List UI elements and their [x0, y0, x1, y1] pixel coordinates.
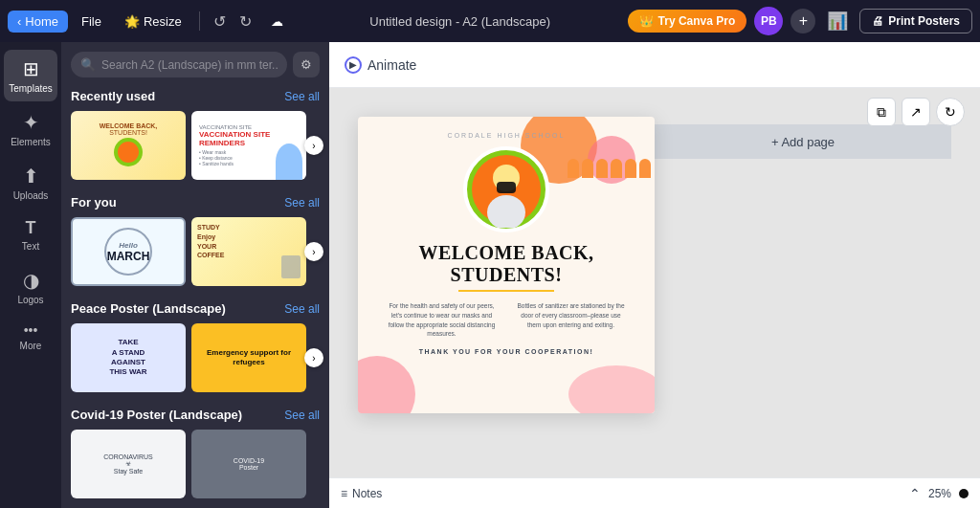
- template-thumb-stand[interactable]: TAKEA STANDAGAINSTTHIS WAR: [71, 323, 186, 392]
- home-label: Home: [25, 14, 58, 29]
- add-page-bar-inner: + Add page: [655, 124, 951, 159]
- zoom-dot[interactable]: [959, 489, 969, 498]
- zoom-level: 25%: [928, 487, 951, 500]
- for-you-next-button[interactable]: ›: [304, 242, 323, 261]
- person-circle: [463, 146, 549, 232]
- zoom-down-icon: ⌃: [909, 486, 921, 501]
- section-title-peace: Peace Poster (Landscape): [71, 301, 226, 316]
- section-header-peace: Peace Poster (Landscape) See all: [71, 301, 320, 316]
- filter-icon: ⚙: [301, 57, 312, 72]
- resize-label: Resize: [144, 14, 182, 29]
- notes-button[interactable]: ≡ Notes: [341, 487, 382, 500]
- see-all-peace[interactable]: See all: [284, 302, 320, 316]
- covid-poster-row: CORONAVIRUS☣Stay Safe COVID-19Poster: [71, 430, 320, 498]
- section-header-covid: Covid-19 Poster (Landscape) See all: [71, 408, 320, 422]
- print-button[interactable]: 🖨 Print Posters: [859, 9, 972, 33]
- template-thumb-covid2[interactable]: COVID-19Poster: [191, 430, 306, 498]
- more-icon: •••: [24, 322, 38, 338]
- sidebar-item-more[interactable]: ••• More: [4, 315, 57, 359]
- sidebar-item-uploads[interactable]: ⬆ Uploads: [4, 157, 57, 209]
- resize-button[interactable]: 🌟 Resize: [115, 11, 191, 33]
- chart-icon: 📊: [827, 11, 848, 31]
- home-button[interactable]: ‹ Home: [8, 11, 68, 33]
- search-input-wrap[interactable]: 🔍: [71, 52, 287, 77]
- add-button[interactable]: +: [791, 9, 815, 33]
- template-thumb-coffee[interactable]: STUDY Enjoy YOUR COFFEE: [191, 217, 306, 286]
- see-all-covid[interactable]: See all: [284, 409, 320, 422]
- person-circle-wrap: [377, 146, 635, 232]
- analytics-button[interactable]: 📊: [823, 7, 852, 35]
- school-name: CORDALE HIGH SCHOOL: [377, 132, 635, 139]
- svg-rect-2: [497, 182, 516, 193]
- share-icon: ↗: [910, 104, 922, 120]
- notes-icon: ≡: [341, 487, 347, 500]
- sidebar-item-elements[interactable]: ✦ Elements: [4, 103, 57, 155]
- search-icon: 🔍: [80, 57, 96, 72]
- sidebar-label-elements: Elements: [11, 137, 51, 147]
- recently-used-section: Recently used See all WELCOME BACK, STUD…: [61, 83, 329, 189]
- notes-label: Notes: [352, 487, 382, 500]
- template-thumb-corona[interactable]: CORONAVIRUS☣Stay Safe: [71, 430, 186, 498]
- see-all-for-you[interactable]: See all: [284, 196, 320, 210]
- refresh-button[interactable]: ↻: [936, 98, 965, 126]
- sidebar-label-uploads: Uploads: [13, 190, 49, 201]
- template-thumb-vaccination[interactable]: VACCINATION SITE VACCINATION SITE REMIND…: [191, 111, 306, 180]
- refresh-icon: ↻: [945, 104, 956, 120]
- elements-icon: ✦: [23, 111, 39, 134]
- templates-icon: ⊞: [23, 57, 39, 80]
- peace-poster-row: TAKEA STANDAGAINSTTHIS WAR Emergency sup…: [71, 323, 320, 392]
- document-title: Untitled design - A2 (Landscape): [369, 14, 550, 29]
- search-input[interactable]: [101, 58, 278, 72]
- add-page-button[interactable]: + Add page: [771, 135, 835, 149]
- sidebar-item-templates[interactable]: ⊞ Templates: [4, 50, 57, 101]
- template-thumb-march[interactable]: Hello MARCH: [71, 217, 186, 286]
- for-you-section: For you See all Hello MARCH STUDY Enjoy …: [61, 189, 329, 296]
- template-thumb-emergency[interactable]: Emergency support for refugees: [191, 323, 306, 392]
- body-text-left: For the health and safety of our peers, …: [387, 301, 497, 339]
- text-icon: T: [26, 218, 36, 238]
- see-all-recent[interactable]: See all: [284, 90, 320, 103]
- section-header-recent: Recently used See all: [71, 89, 320, 103]
- try-canva-label: Try Canva Pro: [658, 14, 736, 28]
- section-title-recent: Recently used: [71, 89, 155, 103]
- nav-center: Untitled design - A2 (Landscape): [297, 14, 624, 29]
- redo-button[interactable]: ↻: [234, 9, 257, 34]
- peace-poster-section: Peace Poster (Landscape) See all TAKEA S…: [61, 296, 329, 402]
- sidebar-label-logos: Logos: [17, 295, 43, 305]
- logos-icon: ◑: [23, 269, 39, 292]
- section-header-for-you: For you See all: [71, 195, 320, 210]
- avatar-button[interactable]: PB: [754, 7, 783, 35]
- copy-icon: ⧉: [877, 104, 886, 121]
- canvas-area: ▶ Animate ⧉ ↗ ↻: [329, 42, 980, 508]
- peace-poster-next-button[interactable]: ›: [304, 348, 323, 367]
- undo-button[interactable]: ↺: [208, 9, 232, 34]
- add-page-bar: + Add page: [655, 124, 951, 159]
- welcome-underline: [458, 290, 554, 292]
- sidebar-label-templates: Templates: [9, 83, 53, 94]
- cloud-icon: ☁: [271, 14, 283, 29]
- canvas-design-content: CORDALE HIGH SCHOOL: [358, 117, 655, 380]
- sidebar-item-logos[interactable]: ◑ Logos: [4, 261, 57, 313]
- filter-button[interactable]: ⚙: [293, 52, 320, 77]
- body-text-right: Bottles of sanitizer are stationed by th…: [516, 301, 626, 339]
- uploads-icon: ⬆: [23, 165, 39, 188]
- template-thumb-welcome[interactable]: WELCOME BACK, STUDENTS!: [71, 111, 186, 180]
- copy-button[interactable]: ⧉: [867, 98, 896, 126]
- canvas-container[interactable]: ⧉ ↗ ↻: [329, 88, 980, 477]
- animate-icon: ▶: [345, 56, 362, 74]
- share-button[interactable]: ↗: [902, 98, 930, 126]
- thank-you-text: THANK YOU FOR YOUR COOPERATION!: [377, 348, 635, 355]
- sidebar-label-text: Text: [22, 241, 39, 252]
- file-button[interactable]: File: [72, 11, 111, 33]
- design-canvas[interactable]: CORDALE HIGH SCHOOL: [358, 117, 655, 413]
- animate-button[interactable]: ▶ Animate: [345, 56, 416, 74]
- sidebar-item-text[interactable]: T Text: [4, 210, 57, 259]
- sidebar-icons: ⊞ Templates ✦ Elements ⬆ Uploads T Text …: [0, 42, 61, 508]
- cloud-save-button[interactable]: ☁: [261, 11, 293, 33]
- recently-used-next-button[interactable]: ›: [304, 136, 323, 155]
- search-bar: 🔍 ⚙: [61, 42, 329, 83]
- try-canva-button[interactable]: 👑 Try Canva Pro: [628, 10, 747, 33]
- for-you-row: Hello MARCH STUDY Enjoy YOUR COFFEE ›: [71, 217, 320, 286]
- section-title-covid: Covid-19 Poster (Landscape): [71, 408, 242, 422]
- crown-icon: 👑: [639, 14, 654, 28]
